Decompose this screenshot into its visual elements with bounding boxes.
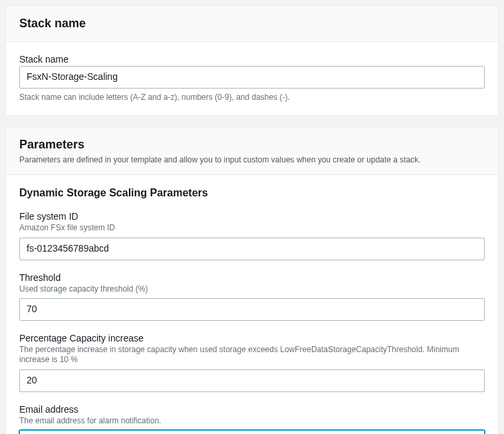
threshold-input[interactable] <box>19 298 485 321</box>
file-system-id-input[interactable] <box>19 238 485 260</box>
email-group: Email address The email address for alar… <box>19 404 485 434</box>
pct-increase-hint: The percentage increase in storage capac… <box>19 345 485 365</box>
email-input[interactable] <box>19 430 485 434</box>
parameters-body: Dynamic Storage Scaling Parameters File … <box>6 175 498 434</box>
stack-name-header: Stack name <box>6 6 498 42</box>
parameters-header: Parameters Parameters are defined in you… <box>6 127 498 176</box>
stack-name-input[interactable] <box>19 66 485 89</box>
stack-name-helper: Stack name can include letters (A-Z and … <box>19 93 485 102</box>
parameters-group-title: Dynamic Storage Scaling Parameters <box>19 187 485 199</box>
threshold-group: Threshold Used storage capacity threshol… <box>19 272 485 321</box>
parameters-title: Parameters <box>19 138 485 152</box>
stack-name-label: Stack name <box>19 54 485 65</box>
threshold-label: Threshold <box>19 272 485 283</box>
pct-increase-group: Percentage Capacity increase The percent… <box>19 333 485 392</box>
stack-name-title: Stack name <box>19 17 485 31</box>
pct-increase-label: Percentage Capacity increase <box>19 333 485 343</box>
stack-name-body: Stack name Stack name can include letter… <box>6 42 498 115</box>
stack-name-panel: Stack name Stack name Stack name can inc… <box>5 5 499 116</box>
email-hint: The email address for alarm notification… <box>19 416 485 427</box>
pct-increase-input[interactable] <box>19 369 485 392</box>
threshold-hint: Used storage capacity threshold (%) <box>19 284 485 295</box>
file-system-id-group: File system ID Amazon FSx file system ID <box>19 211 485 260</box>
parameters-desc: Parameters are defined in your template … <box>19 154 485 166</box>
stack-name-form-group: Stack name Stack name can include letter… <box>19 54 485 102</box>
parameters-panel: Parameters Parameters are defined in you… <box>5 126 499 434</box>
file-system-id-hint: Amazon FSx file system ID <box>19 223 485 234</box>
email-label: Email address <box>19 404 485 415</box>
file-system-id-label: File system ID <box>19 211 485 222</box>
